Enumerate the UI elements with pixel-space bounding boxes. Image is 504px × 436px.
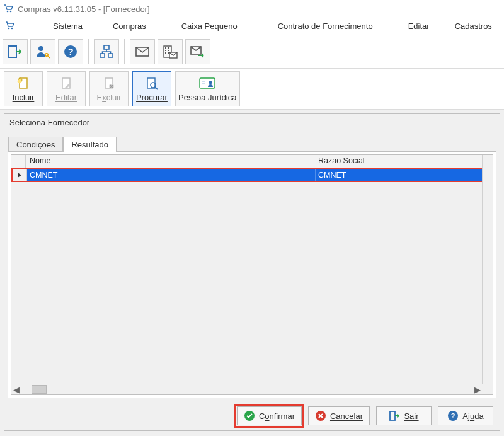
menu-cadastros[interactable]: Cadastros <box>450 19 497 34</box>
cart-icon <box>5 21 15 33</box>
help-circle-icon: ? <box>447 410 459 422</box>
svg-text:?: ? <box>451 412 455 420</box>
menu-contrato[interactable]: Contrato de Fornecimento <box>273 19 378 34</box>
svg-point-3 <box>11 27 13 29</box>
editar-button[interactable]: Editar <box>47 71 86 106</box>
exit-icon <box>389 410 400 422</box>
cancelar-label: Cancelar <box>330 411 363 421</box>
grid-header: Nome Razão Social <box>11 155 493 168</box>
grid-empty-area <box>11 182 493 394</box>
id-card-icon <box>199 76 215 91</box>
svg-point-0 <box>7 11 9 13</box>
excluir-button[interactable]: Excluir <box>89 71 129 106</box>
dialog-buttons: Confirmar Cancelar <box>4 401 500 430</box>
svg-rect-16 <box>165 50 166 51</box>
menu-editar[interactable]: Editar <box>403 19 435 34</box>
cell-nome: CMNET <box>27 169 316 181</box>
user-key-icon-button[interactable] <box>30 39 55 64</box>
window-title: Compras v6.11.31.05 - [Fornecedor] <box>18 4 150 14</box>
svg-rect-4 <box>9 46 16 57</box>
svg-rect-14 <box>165 47 166 49</box>
svg-point-5 <box>38 46 43 51</box>
col-nome[interactable]: Nome <box>26 155 314 168</box>
confirmar-button[interactable]: Confirmar <box>237 406 302 425</box>
mail-building-icon-button[interactable] <box>158 39 183 64</box>
exit-icon-button[interactable] <box>3 39 28 64</box>
svg-point-6 <box>45 54 48 56</box>
org-chart-icon-button[interactable] <box>94 39 119 64</box>
horizontal-scrollbar[interactable]: ◀ ▶ <box>11 384 483 394</box>
excluir-label: Excluir <box>96 93 121 102</box>
titlebar: Compras v6.11.31.05 - [Fornecedor] <box>0 0 504 18</box>
svg-rect-18 <box>165 52 166 54</box>
svg-point-2 <box>8 27 10 29</box>
scroll-thumb[interactable] <box>32 385 47 394</box>
result-grid: Nome Razão Social CMNET CMNET <box>11 154 493 395</box>
tab-resultado[interactable]: Resultado <box>63 137 117 152</box>
ajuda-label: Ajuda <box>462 411 483 421</box>
toolbar-separator <box>88 39 90 64</box>
grid-gutter-header <box>11 155 26 168</box>
panel-title: Seleciona Fornecedor <box>4 114 500 131</box>
fornecedor-panel: Seleciona Fornecedor Condições Resultado… <box>4 113 500 431</box>
edit-doc-icon <box>59 76 73 91</box>
table-row[interactable]: CMNET CMNET <box>13 169 491 181</box>
svg-rect-19 <box>168 52 169 54</box>
svg-rect-9 <box>104 45 109 49</box>
procurar-button[interactable]: Procurar <box>132 71 171 106</box>
check-circle-icon <box>244 410 255 422</box>
procurar-label: Procurar <box>136 93 168 102</box>
pessoa-juridica-label: Pessoa Jurídica <box>178 93 237 102</box>
app-window: Compras v6.11.31.05 - [Fornecedor] Siste… <box>0 0 504 436</box>
svg-rect-17 <box>168 50 169 51</box>
toolbar-commands: Incluir Editar Excluir <box>0 69 504 110</box>
chevron-left-icon[interactable]: ◀ <box>11 384 21 394</box>
menu-compras[interactable]: Compras <box>108 19 151 34</box>
incluir-button[interactable]: Incluir <box>4 71 43 106</box>
cell-razao-social: CMNET <box>316 169 491 181</box>
pessoa-juridica-button[interactable]: Pessoa Jurídica <box>175 71 240 106</box>
svg-text:?: ? <box>67 46 73 57</box>
tab-condicoes[interactable]: Condições <box>8 137 63 152</box>
editar-label: Editar <box>55 93 77 102</box>
grid-selected-row-highlight: CMNET CMNET <box>11 168 493 182</box>
help-icon-button[interactable]: ? <box>58 39 83 64</box>
svg-point-30 <box>209 81 212 84</box>
col-razao-social[interactable]: Razão Social <box>314 155 493 168</box>
incluir-label: Incluir <box>13 93 35 102</box>
search-doc-icon <box>145 76 159 91</box>
ajuda-button[interactable]: ? Ajuda <box>438 406 493 425</box>
confirmar-label: Confirmar <box>259 411 295 421</box>
svg-rect-35 <box>390 411 395 420</box>
svg-rect-32 <box>202 83 205 84</box>
svg-rect-31 <box>202 81 205 82</box>
mail-icon-button[interactable] <box>130 39 155 64</box>
new-doc-icon <box>16 76 30 91</box>
row-indicator-icon <box>13 169 27 181</box>
menu-caixa[interactable]: Caixa Pequeno <box>176 19 243 34</box>
svg-point-1 <box>10 11 12 13</box>
delete-doc-icon <box>102 76 116 91</box>
sair-button[interactable]: Sair <box>376 406 432 425</box>
svg-rect-11 <box>108 54 113 57</box>
menu-sistema[interactable]: Sistema <box>48 19 88 34</box>
menubar: Sistema Compras Caixa Pequeno Contrato d… <box>0 18 504 35</box>
sair-label: Sair <box>404 411 418 421</box>
svg-rect-15 <box>168 47 169 49</box>
tab-body: Nome Razão Social CMNET CMNET <box>8 151 496 398</box>
vertical-scrollbar[interactable] <box>482 155 493 384</box>
toolbar-separator <box>124 39 126 64</box>
tabs: Condições Resultado <box>4 136 500 151</box>
cart-icon <box>4 4 14 14</box>
svg-rect-10 <box>100 54 105 57</box>
mail-send-icon-button[interactable] <box>185 39 210 64</box>
x-circle-icon <box>315 410 326 422</box>
cancelar-button[interactable]: Cancelar <box>308 406 370 425</box>
chevron-right-icon[interactable]: ▶ <box>472 384 483 394</box>
panel-wrap: Seleciona Fornecedor Condições Resultado… <box>0 110 504 436</box>
toolbar-icons: ? <box>0 35 504 69</box>
